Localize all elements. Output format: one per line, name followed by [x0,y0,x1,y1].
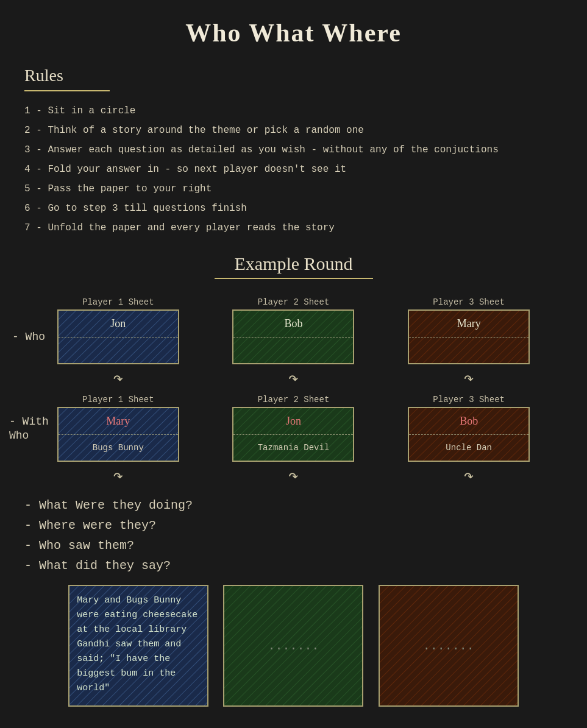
player2-label-r1: Player 2 Sheet [232,297,354,307]
round1-sheet-2: Bob [232,309,354,364]
arrow4: ↷ [57,465,179,486]
rule-2: 2 - Think of a story around the theme or… [24,123,563,138]
rule-3: 3 - Answer each question as detailed as … [24,143,563,157]
page-title: Who What Where [24,18,563,48]
r2-p1-bottom: Bugs Bunny [93,443,144,453]
rules-underline [24,90,110,91]
round2-player-labels: Player 1 Sheet Player 2 Sheet Player 3 S… [24,395,563,405]
round2-sheets: - With Who Mary Bugs Bunny [24,407,563,462]
final-box-3: ....... [379,585,519,707]
question-3: - Who saw them? [24,539,563,553]
r1-p3-top: Mary [457,317,481,330]
rule-1: 1 - Sit in a circle [24,104,563,118]
example-section: Example Round Player 1 Sheet Player 2 Sh… [24,253,563,486]
example-heading: Example Round [24,253,563,274]
player2-label-r2: Player 2 Sheet [232,395,354,405]
example-underline [215,278,373,279]
question-1: - What Were they doing? [24,498,563,512]
rules-list: 1 - Sit in a circle 2 - Think of a story… [24,104,563,235]
round1-sheet-1: Jon [57,309,179,364]
final-box-1: Mary and Bugs Bunny were eating cheeseca… [68,585,208,707]
arrow6: ↷ [408,465,530,486]
player3-label-r2: Player 3 Sheet [408,395,530,405]
arrow1: ↷ [57,368,179,389]
round2-arrows: ↷ ↷ ↷ [24,465,563,486]
round1-section: Player 1 Sheet Player 2 Sheet Player 3 S… [24,297,563,389]
question-2: - Where were they? [24,518,563,532]
rule-4: 4 - Fold your answer in - so next player… [24,162,563,177]
question-4: - What did they say? [24,559,563,573]
rule-7: 7 - Unfold the paper and every player re… [24,221,563,235]
r1-p1-top: Jon [110,317,126,330]
round2-sheet-3: Bob Uncle Dan [408,407,530,462]
round1-sheets: - Who Jon [24,309,563,364]
final-box-2: ....... [223,585,363,707]
r2-p3-top: Bob [460,415,478,428]
r2-p2-bottom: Tazmania Devil [258,443,330,453]
player1-label-r2: Player 1 Sheet [57,395,179,405]
player1-label-r1: Player 1 Sheet [57,297,179,307]
arrow2: ↷ [232,368,354,389]
r2-p2-top: Jon [286,415,301,428]
arrow3: ↷ [408,368,530,389]
rules-section: Rules 1 - Sit in a circle 2 - Think of a… [24,66,563,235]
round2-sheet-2: Jon Tazmania Devil [232,407,354,462]
rules-heading: Rules [24,66,563,85]
who-label: - Who [12,331,45,343]
round1-arrows: ↷ ↷ ↷ [24,368,563,389]
arrow5: ↷ [232,465,354,486]
rule-6: 6 - Go to step 3 till questions finish [24,201,563,216]
round2-section: Player 1 Sheet Player 2 Sheet Player 3 S… [24,395,563,486]
final-sheets: Mary and Bugs Bunny were eating cheeseca… [24,585,563,707]
round2-sheet-1: Mary Bugs Bunny [57,407,179,462]
r2-p3-bottom: Uncle Dan [446,443,492,453]
questions-section: - What Were they doing? - Where were the… [24,498,563,573]
final-dots-3: ....... [380,639,518,653]
player3-label-r1: Player 3 Sheet [408,297,530,307]
r2-p1-top: Mary [106,415,130,428]
r1-p2-top: Bob [284,317,302,330]
round1-player-labels: Player 1 Sheet Player 2 Sheet Player 3 S… [24,297,563,307]
round1-sheet-3: Mary [408,309,530,364]
rule-5: 5 - Pass the paper to your right [24,182,563,196]
final-dots-2: ....... [224,639,362,653]
final-text-1: Mary and Bugs Bunny were eating cheeseca… [77,593,200,696]
with-who-label: - With Who [9,415,49,444]
